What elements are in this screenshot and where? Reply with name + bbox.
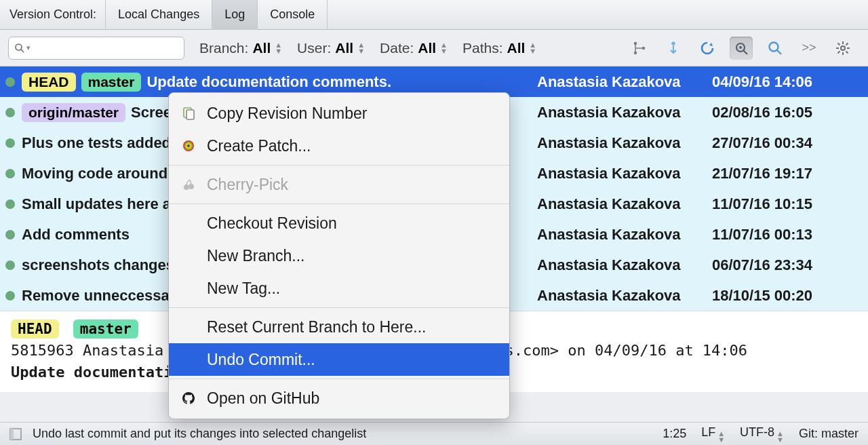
context-item[interactable]: Reset Current Branch to Here... (169, 311, 509, 343)
context-item[interactable]: Checkout Revision (169, 207, 509, 239)
line-ending[interactable]: LF▲▼ (701, 425, 725, 443)
tab-log[interactable]: Log (212, 0, 258, 30)
context-item[interactable]: Copy Revision Number (169, 97, 509, 130)
commit-date: 11/07/16 10:15 (712, 195, 868, 213)
paths-filter[interactable]: Paths: All▲▼ (462, 40, 536, 56)
context-separator (169, 204, 509, 204)
svg-point-0 (16, 44, 22, 50)
github-icon (181, 391, 196, 405)
context-item-label: Copy Revision Number (207, 104, 367, 123)
context-item: Cherry-Pick (169, 168, 509, 201)
commit-author: Anastasia Kazakova (537, 287, 712, 305)
context-separator (169, 165, 509, 166)
svg-point-5 (671, 41, 675, 45)
highlight-icon[interactable] (730, 37, 753, 60)
svg-rect-22 (10, 429, 14, 440)
context-separator (169, 307, 509, 308)
gear-icon[interactable] (831, 37, 854, 60)
commit-date: 06/07/16 23:34 (712, 256, 868, 274)
svg-line-19 (838, 51, 840, 53)
status-hint: Undo last commit and put its changes int… (33, 427, 366, 441)
svg-point-3 (634, 51, 637, 54)
context-separator (169, 379, 509, 379)
context-item[interactable]: New Tag... (169, 272, 509, 305)
git-branch[interactable]: Git: master (799, 427, 859, 441)
status-bar: Undo last commit and put its changes int… (0, 422, 868, 445)
patch-icon (181, 139, 196, 153)
context-item-label: Undo Commit... (207, 351, 315, 369)
svg-line-11 (777, 50, 781, 54)
svg-point-30 (189, 184, 194, 189)
svg-point-12 (841, 46, 845, 50)
log-toolbar: ▾ Branch: All▲▼ User: All▲▼ Date: All▲▼ … (0, 30, 868, 66)
svg-point-28 (187, 144, 190, 147)
graph-node-icon (5, 291, 15, 301)
svg-point-2 (634, 41, 637, 45)
commit-author: Anastasia Kazakova (537, 134, 712, 152)
graph-node-icon (5, 230, 15, 239)
status-tool-icon[interactable] (9, 428, 22, 440)
svg-point-29 (184, 185, 189, 190)
search-icon (14, 43, 25, 54)
context-item-label: Checkout Revision (207, 214, 337, 233)
context-item-label: Open on GitHub (207, 389, 319, 408)
svg-point-10 (770, 42, 778, 51)
context-item[interactable]: Create Patch... (169, 130, 509, 162)
commit-date: 02/08/16 16:05 (712, 104, 868, 121)
commit-date: 11/07/16 00:13 (712, 226, 868, 244)
refresh-icon[interactable] (696, 37, 719, 60)
ref-badge: master (81, 73, 142, 92)
svg-line-9 (744, 50, 748, 54)
context-item-label: Reset Current Branch to Here... (207, 318, 426, 336)
context-item-label: New Tag... (207, 279, 280, 298)
commit-date: 21/07/16 19:17 (712, 165, 868, 182)
graph-node-icon (5, 77, 15, 87)
svg-point-8 (739, 46, 742, 49)
commit-author: Anastasia Kazakova (537, 73, 712, 91)
tab-local-changes[interactable]: Local Changes (105, 0, 212, 30)
details-head-badge: HEAD (11, 320, 59, 338)
commit-author: Anastasia Kazakova (537, 165, 712, 182)
context-item[interactable]: New Branch... (169, 239, 509, 272)
context-item[interactable]: Open on GitHub (169, 382, 509, 414)
svg-line-1 (21, 50, 24, 52)
graph-node-icon (5, 260, 15, 270)
context-item-label: Cherry-Pick (207, 176, 288, 194)
search-input[interactable]: ▾ (8, 37, 184, 60)
ref-badge: origin/master (22, 103, 125, 122)
commit-author: Anastasia Kazakova (537, 104, 712, 121)
goto-hash-icon[interactable] (662, 37, 685, 60)
tab-console[interactable]: Console (257, 0, 328, 30)
commit-date: 04/09/16 14:06 (712, 73, 868, 91)
commit-message: Update documentation comments. (146, 73, 537, 91)
graph-node-icon (5, 108, 15, 117)
details-master-badge: master (73, 320, 138, 338)
encoding[interactable]: UTF-8▲▼ (740, 425, 784, 443)
context-item[interactable]: Undo Commit... (169, 343, 509, 376)
copy-icon (181, 107, 196, 120)
date-filter[interactable]: Date: All▲▼ (380, 40, 448, 56)
commit-author: Anastasia Kazakova (537, 226, 712, 244)
commit-date: 18/10/15 00:20 (712, 287, 868, 305)
search-dropdown-icon[interactable]: ▾ (26, 45, 31, 51)
context-item-label: Create Patch... (207, 137, 311, 155)
more-icon[interactable]: >> (797, 37, 821, 60)
context-item-label: New Branch... (207, 247, 304, 265)
commit-context-menu[interactable]: Copy Revision NumberCreate Patch...Cherr… (168, 92, 510, 419)
cherry-icon (181, 178, 196, 191)
intellisort-icon[interactable] (628, 37, 651, 60)
find-icon[interactable] (764, 37, 787, 60)
commit-author: Anastasia Kazakova (537, 256, 712, 274)
branch-filter[interactable]: Branch: All▲▼ (199, 40, 282, 56)
svg-rect-24 (186, 110, 194, 119)
svg-line-20 (846, 43, 848, 45)
commit-author: Anastasia Kazakova (537, 195, 712, 213)
version-control-tab-bar: Version Control: Local Changes Log Conso… (0, 0, 868, 30)
commit-date: 27/07/16 00:34 (712, 134, 868, 152)
graph-node-icon (5, 169, 15, 178)
graph-node-icon (5, 199, 15, 209)
graph-node-icon (5, 138, 15, 148)
user-filter[interactable]: User: All▲▼ (297, 40, 365, 56)
caret-position[interactable]: 1:25 (663, 427, 686, 441)
panel-title: Version Control: (0, 7, 106, 22)
